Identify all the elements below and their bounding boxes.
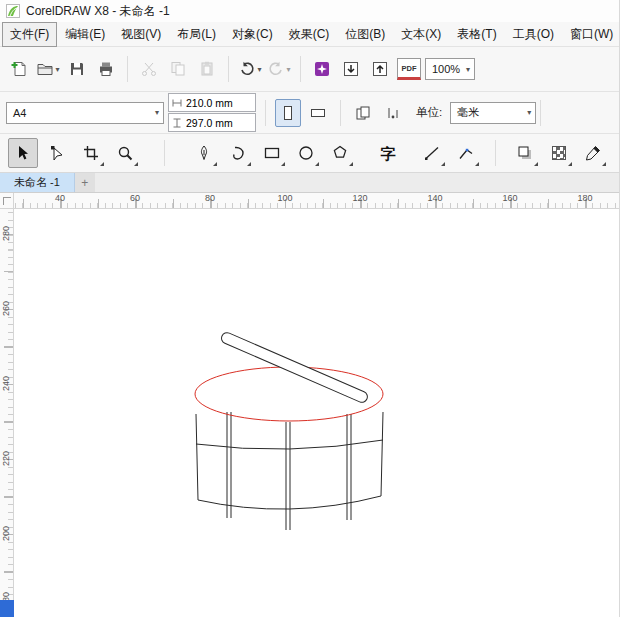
drawing-canvas[interactable] [14,209,620,600]
shape-tool[interactable] [42,138,72,168]
menu-tools[interactable]: 工具(O) [505,22,562,47]
shape-tool-icon [48,144,66,162]
hruler-label: 180 [573,193,597,203]
polyline-tool-icon [457,144,475,162]
menu-effects[interactable]: 效果(C) [281,22,338,47]
page-height-field[interactable] [168,113,256,132]
units-combo[interactable]: 毫米 ▾ [450,102,536,124]
ellipse-tool[interactable] [291,138,321,168]
page-width-input[interactable] [183,97,245,109]
save-button[interactable] [64,55,90,83]
vruler-label: 200 [0,519,13,549]
menu-window[interactable]: 窗口(W) [562,22,620,47]
menu-text[interactable]: 文本(X) [393,22,449,47]
paste-button[interactable] [194,55,220,83]
open-button[interactable]: ▾ [35,55,61,83]
freehand-tool-icon [195,144,213,162]
new-document-button[interactable] [6,55,32,83]
page-size-caret: ▾ [155,108,159,117]
coreldraw-window: CorelDRAW X8 - 未命名 -1 文件(F) 编辑(E) 视图(V) … [0,0,620,617]
document-tab-label: 未命名 -1 [14,175,60,190]
toolbox-separator [495,140,496,166]
landscape-orientation-button[interactable] [305,99,331,127]
horizontal-ruler[interactable]: 40 60 80 100 120 140 160 180 [14,193,619,208]
page-navigator-corner[interactable] [0,600,14,617]
copy-icon [169,60,187,78]
drum-drawing [14,209,620,600]
menu-layout[interactable]: 布局(L) [169,22,224,47]
print-icon [97,60,115,78]
page-width-field[interactable] [168,93,256,112]
ellipse-tool-icon [297,144,315,162]
line-tool[interactable] [417,138,447,168]
bezier-tool[interactable] [223,138,253,168]
vruler-label: 180 [0,585,13,601]
text-tool[interactable]: 字 [373,138,403,168]
clipped-control [540,100,548,126]
search-content-icon [313,60,331,78]
property-bar: A4 ▾ [0,91,619,133]
hruler-label: 120 [348,193,372,203]
menu-file[interactable]: 文件(F) [2,22,57,47]
units-value: 毫米 [457,105,479,120]
toolbar-separator [340,100,341,126]
canvas-row: 280 260 240 220 200 180 [0,209,619,600]
all-pages-button[interactable] [350,99,376,127]
page-size-combo[interactable]: A4 ▾ [6,102,164,124]
hruler-label: 160 [498,193,522,203]
crop-tool[interactable] [76,138,106,168]
menu-table[interactable]: 表格(T) [449,22,504,47]
current-page-button[interactable] [380,99,406,127]
eyedropper-tool[interactable] [578,138,608,168]
import-button[interactable] [338,55,364,83]
hruler-label: 100 [273,193,297,203]
drop-shadow-tool[interactable] [510,138,540,168]
search-content-button[interactable] [309,55,335,83]
ruler-origin-icon[interactable] [0,193,14,208]
zoom-level-combo[interactable]: 100% ▾ [425,58,475,80]
cut-button[interactable] [136,55,162,83]
transparency-tool[interactable] [544,138,574,168]
bezier-tool-icon [229,144,247,162]
menu-bitmaps[interactable]: 位图(B) [337,22,393,47]
drop-shadow-tool-icon [516,144,534,162]
standard-toolbar: ▾ [0,46,619,91]
rectangle-tool[interactable] [257,138,287,168]
export-icon [371,60,389,78]
coreldraw-logo-icon [6,4,20,18]
vertical-ruler[interactable]: 280 260 240 220 200 180 [0,209,14,600]
polyline-tool[interactable] [451,138,481,168]
undo-dropdown-caret[interactable]: ▾ [257,65,261,74]
crop-tool-icon [82,144,100,162]
publish-pdf-button[interactable]: PDF [396,55,422,83]
redo-button[interactable]: ▾ [266,55,292,83]
all-pages-icon [354,104,372,122]
portrait-orientation-button[interactable] [275,99,301,127]
undo-button[interactable]: ▾ [237,55,263,83]
title-bar: CorelDRAW X8 - 未命名 -1 [0,0,619,22]
export-button[interactable] [367,55,393,83]
print-button[interactable] [93,55,119,83]
menu-object[interactable]: 对象(C) [224,22,281,47]
drumstick-shape[interactable] [220,331,369,404]
rectangle-tool-icon [263,144,281,162]
pick-tool[interactable] [8,138,38,168]
menu-bar: 文件(F) 编辑(E) 视图(V) 布局(L) 对象(C) 效果(C) 位图(B… [0,22,619,46]
units-label: 单位: [416,105,442,120]
open-dropdown-caret[interactable]: ▾ [55,65,59,74]
redo-dropdown-caret[interactable]: ▾ [286,65,290,74]
page-height-input[interactable] [183,117,245,129]
document-tab-active[interactable]: 未命名 -1 [0,173,75,192]
freehand-tool[interactable] [189,138,219,168]
polygon-tool[interactable] [325,138,355,168]
undo-icon [238,60,256,78]
new-document-tab-button[interactable]: + [75,173,95,192]
menu-edit[interactable]: 编辑(E) [57,22,113,47]
horizontal-ruler-row: 40 60 80 100 120 140 160 180 [0,193,619,209]
zoom-tool[interactable] [110,138,140,168]
copy-button[interactable] [165,55,191,83]
menu-view[interactable]: 视图(V) [113,22,169,47]
units-caret: ▾ [527,108,531,117]
current-page-icon [384,104,402,122]
vruler-label: 280 [0,219,13,249]
